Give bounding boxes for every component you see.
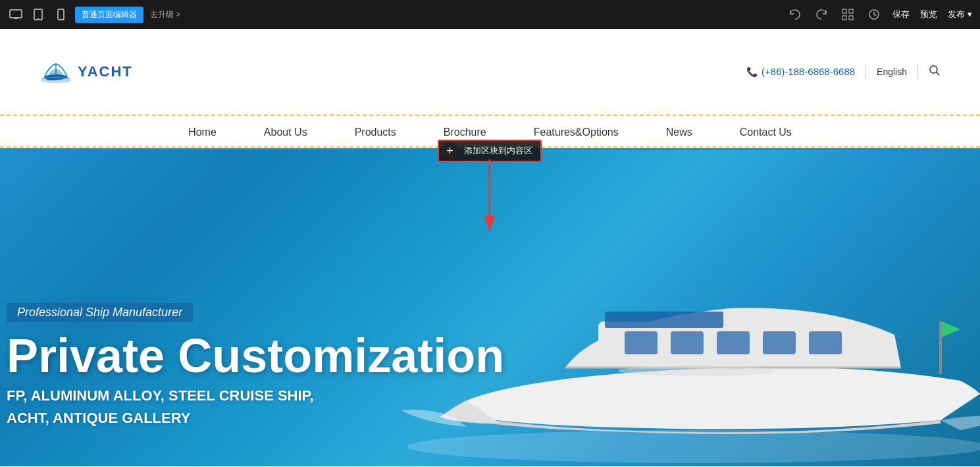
- toolbar: 普通页面编辑器 去升级 >: [0, 0, 980, 29]
- svg-rect-21: [671, 331, 704, 354]
- language-selector[interactable]: English: [877, 67, 907, 77]
- site-header: YACHT 📞 (+86)-188-6868-6688 English: [0, 29, 980, 115]
- toolbar-right-actions: 保存 预览 发布 ▾: [787, 7, 972, 22]
- hero-desc-line1: FP, ALUMINUM ALLOY, STEEL CRUISE SHIP,: [7, 387, 504, 404]
- svg-rect-7: [842, 9, 846, 13]
- nav-products[interactable]: Products: [331, 115, 420, 150]
- svg-point-29: [618, 366, 776, 376]
- svg-rect-9: [842, 16, 846, 20]
- logo-text: YACHT: [78, 63, 133, 80]
- hero-desc-line2: ACHT, ANTIQUE GALLERY: [7, 410, 504, 427]
- logo-icon: [39, 59, 72, 85]
- add-block-button[interactable]: +: [442, 142, 459, 159]
- hero-subtitle: Professional Ship Manufacturer: [7, 303, 193, 322]
- nav-news[interactable]: News: [642, 115, 716, 150]
- svg-point-14: [930, 66, 937, 73]
- svg-rect-23: [763, 331, 796, 354]
- svg-rect-0: [10, 10, 22, 18]
- phone-area: 📞 (+86)-188-6868-6688: [746, 66, 855, 77]
- phone-number: (+86)-188-6868-6688: [761, 66, 855, 77]
- nav-contact-us[interactable]: Contact Us: [716, 115, 815, 150]
- svg-marker-28: [942, 321, 960, 337]
- svg-rect-8: [849, 9, 853, 13]
- redo-icon[interactable]: [813, 7, 829, 22]
- phone-icon: 📞: [746, 67, 758, 77]
- lang-search-divider: [917, 65, 918, 78]
- hero-title: Private Customization: [7, 330, 504, 382]
- mobile-view-icon[interactable]: [53, 7, 68, 22]
- grid-icon[interactable]: [840, 7, 856, 22]
- svg-rect-27: [939, 321, 942, 374]
- nav-home[interactable]: Home: [165, 115, 240, 150]
- svg-rect-22: [717, 331, 750, 354]
- svg-line-15: [937, 72, 940, 75]
- svg-rect-10: [849, 16, 853, 20]
- desktop-view-icon[interactable]: [8, 7, 24, 22]
- publish-button[interactable]: 发布 ▾: [948, 9, 972, 20]
- save-button[interactable]: 保存: [892, 9, 910, 20]
- red-arrow-indicator: [470, 159, 509, 241]
- tablet-view-icon[interactable]: [30, 7, 46, 22]
- svg-rect-24: [809, 331, 842, 354]
- header-right: 📞 (+86)-188-6868-6688 English: [746, 65, 941, 79]
- undo-icon[interactable]: [787, 7, 803, 22]
- svg-point-4: [38, 18, 39, 19]
- svg-point-6: [60, 18, 61, 19]
- upgrade-link[interactable]: 去升级 >: [150, 9, 180, 20]
- mode-label-badge[interactable]: 普通页面编辑器: [75, 7, 143, 23]
- logo-area[interactable]: YACHT: [39, 59, 133, 85]
- add-block-wrapper: + 添加区块到内容区: [438, 140, 542, 162]
- history-icon[interactable]: [866, 7, 882, 22]
- lang-divider: [865, 65, 866, 78]
- svg-rect-26: [605, 312, 723, 328]
- search-icon[interactable]: [929, 65, 941, 79]
- svg-point-18: [407, 430, 980, 463]
- preview-button[interactable]: 预览: [920, 9, 937, 20]
- svg-rect-20: [625, 331, 658, 354]
- nav-about-us[interactable]: About Us: [240, 115, 331, 150]
- add-block-tooltip: 添加区块到内容区: [459, 145, 538, 157]
- hero-text-area: Professional Ship Manufacturer Private C…: [0, 303, 524, 427]
